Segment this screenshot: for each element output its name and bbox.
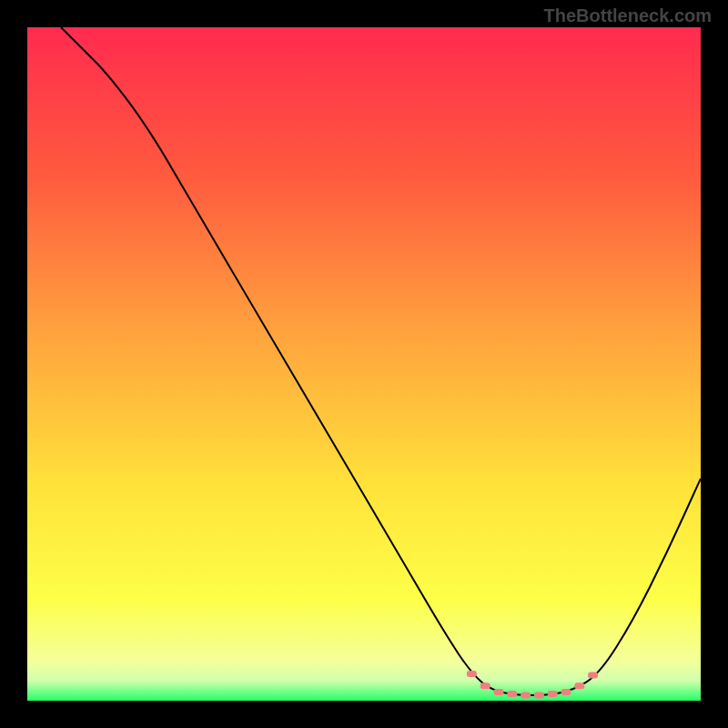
optimal-marker [574,682,584,689]
attribution-label: TheBottleneck.com [544,5,712,26]
optimal-marker [480,682,490,689]
optimal-marker [588,672,598,678]
optimal-marker [507,691,517,697]
chart-svg [27,27,701,701]
optimal-marker [548,691,558,697]
optimal-marker [467,671,477,677]
chart-container: TheBottleneck.com [0,0,728,728]
optimal-marker [561,689,571,695]
chart-plot-area [27,27,701,701]
optimal-marker [494,689,504,695]
optimal-marker [521,693,531,699]
gradient-background [27,27,701,701]
optimal-marker [534,693,544,699]
